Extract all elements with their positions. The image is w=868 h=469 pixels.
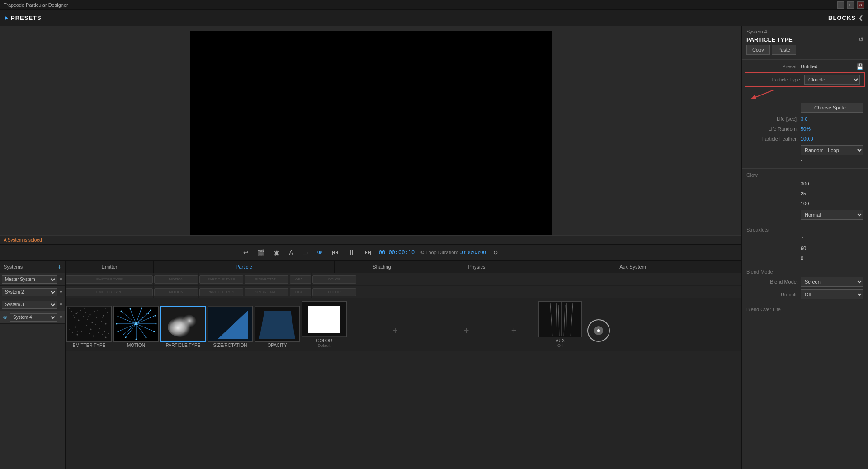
back-to-start-button[interactable]: ⏮: [330, 247, 341, 257]
rp-loop-value-row: 1: [742, 156, 868, 166]
presets-label: PRESETS: [11, 14, 42, 21]
size-rotation-label: SIZE/ROTATION: [213, 343, 247, 348]
rp-particle-feather-label: Particle Feather:: [746, 136, 801, 142]
system4-arrow: ▼: [59, 315, 63, 320]
loop-duration-label: ⟲ Loop Duration: 00:00:03:00: [420, 250, 486, 256]
rp-preset-label: Preset:: [746, 64, 801, 69]
mini-size-block-2[interactable]: SIZE/ROTAT...: [245, 288, 288, 296]
topbar: PRESETS BLOCKS ❮: [0, 10, 868, 26]
status-message: A System is soloed: [4, 237, 42, 242]
size-svg: [208, 307, 252, 341]
system3-select[interactable]: System 3: [2, 301, 57, 309]
monitor-button[interactable]: ▭: [301, 248, 310, 257]
choose-sprite-button[interactable]: Choose Sprite...: [801, 103, 863, 113]
color-thumb: [302, 301, 347, 337]
forward-button[interactable]: ⏭: [363, 247, 373, 257]
shading-add-button[interactable]: +: [348, 313, 443, 349]
svg-point-71: [156, 323, 157, 325]
loop-dropdown[interactable]: Random - Loop Random - Once Sequential -…: [801, 145, 863, 155]
pause-button[interactable]: ⏸: [346, 247, 357, 257]
system2-select[interactable]: System 2: [2, 288, 57, 296]
rp-blend-mode-label: Blend Mode:: [746, 279, 801, 284]
mini-size-block-1[interactable]: SIZE/ROTAT...: [245, 275, 288, 284]
particle-type-select[interactable]: Cloudlet Sphere Star Streaklet Glow Sphe…: [804, 75, 860, 85]
svg-point-47: [73, 336, 74, 336]
paste-button[interactable]: Paste: [772, 45, 796, 55]
rp-refresh-button[interactable]: ↺: [859, 36, 863, 43]
eye-button[interactable]: 👁: [315, 248, 325, 257]
svg-point-69: [150, 310, 151, 311]
aux-block[interactable]: AUX Off: [538, 300, 583, 349]
svg-point-31: [89, 333, 90, 334]
extra-add-button[interactable]: +: [490, 313, 538, 349]
blocks-section[interactable]: BLOCKS ❮: [828, 14, 863, 21]
mini-motion-block-1[interactable]: MOTION: [154, 275, 198, 284]
copy-button[interactable]: Copy: [746, 45, 770, 55]
svg-point-7: [71, 323, 71, 324]
emitter-type-block[interactable]: EMITTER TYPE: [66, 305, 113, 349]
svg-point-9: [80, 322, 80, 323]
particle-designer-logo[interactable]: [587, 319, 610, 342]
reset-button[interactable]: ↺: [491, 248, 500, 257]
svg-point-68: [141, 308, 142, 309]
size-rotation-block[interactable]: SIZE/ROTATION: [207, 305, 254, 349]
rp-preset-value: Untitled: [801, 64, 817, 69]
mini-opacity-block-2[interactable]: OPA...: [290, 288, 311, 296]
rp-blend-over-life-label: Blend Over Life: [742, 305, 868, 313]
blend-mode-normal-dropdown[interactable]: Normal Screen Add: [801, 210, 863, 220]
emitter-section-label: Emitter: [102, 264, 118, 270]
svg-point-19: [99, 313, 99, 314]
unmult-dropdown[interactable]: Off On: [801, 289, 863, 299]
svg-point-45: [105, 308, 106, 309]
blend-mode-dropdown[interactable]: Screen Normal Add Multiply: [801, 277, 863, 287]
rp-glow-row3: 100: [742, 199, 868, 208]
opacity-thumb: [255, 306, 300, 342]
mini-particle-type-block-2[interactable]: PARTICLE TYPE: [199, 288, 243, 296]
svg-point-70: [155, 315, 156, 317]
track-row-1: EMITTER TYPE MOTION PARTICLE TYPE SIZE/R…: [66, 273, 741, 286]
mini-opacity-block-1[interactable]: OPA...: [290, 275, 311, 284]
mini-color-block-1[interactable]: COLOR: [312, 275, 356, 284]
mini-motion-block-2[interactable]: MOTION: [154, 288, 198, 296]
maximize-button[interactable]: □: [847, 1, 854, 9]
color-block[interactable]: COLOR Default: [301, 300, 348, 349]
emitter-type-thumb: [66, 306, 112, 342]
svg-point-77: [116, 323, 118, 325]
svg-point-46: [69, 329, 70, 330]
svg-point-67: [130, 308, 131, 310]
record-button[interactable]: 🎬: [255, 248, 266, 257]
motion-block[interactable]: MOTION: [113, 305, 160, 349]
undo-button[interactable]: ↩: [241, 248, 250, 257]
rp-title-text: PARTICLE TYPE: [746, 36, 793, 43]
mini-color-block-2[interactable]: COLOR: [312, 288, 356, 296]
mini-emitter-type-block[interactable]: EMITTER TYPE: [66, 275, 153, 284]
presets-section[interactable]: PRESETS: [5, 14, 42, 21]
svg-point-66: [121, 311, 122, 312]
physics-section-label: Physics: [468, 264, 486, 270]
system4-select[interactable]: System 4: [10, 313, 57, 322]
particle-type-block[interactable]: PARTICLE TYPE: [160, 305, 207, 349]
ring-button[interactable]: ◉: [272, 247, 282, 258]
svg-point-4: [74, 317, 75, 318]
blocks-row: EMITTER TYPE: [66, 298, 741, 351]
rp-save-preset-button[interactable]: 💾: [856, 63, 863, 70]
mini-emitter-type-block-2[interactable]: EMITTER TYPE: [66, 288, 153, 296]
particle-logo-dot: [597, 329, 600, 332]
add-system-button[interactable]: +: [58, 263, 61, 270]
transport-bar: ↩ 🎬 ◉ A ▭ 👁 ⏮ ⏸ ⏭ 00:00:00:10 ⟲ Loop Dur…: [0, 244, 741, 261]
track-cell-motion-2: MOTION: [154, 286, 199, 298]
opacity-block[interactable]: OPACITY: [254, 305, 301, 349]
minimize-button[interactable]: ─: [837, 1, 844, 9]
mini-particle-type-block-1[interactable]: PARTICLE TYPE: [199, 275, 243, 284]
rp-streak-val1: 7: [801, 236, 803, 241]
close-button[interactable]: ✕: [857, 1, 864, 9]
track-content: Emitter Particle Shading Physics Aux Sys: [66, 261, 741, 469]
track-cell-emitter-2: EMITTER TYPE: [66, 286, 154, 298]
system4-eye-icon[interactable]: 👁: [2, 314, 8, 321]
physics-add-button[interactable]: +: [443, 313, 490, 349]
master-system-select[interactable]: Master System: [2, 275, 57, 284]
text-button[interactable]: A: [287, 248, 295, 257]
rp-particle-type-label: Particle Type:: [750, 77, 804, 82]
opacity-label: OPACITY: [267, 343, 287, 348]
rp-life-random-value: 50%: [801, 126, 811, 132]
